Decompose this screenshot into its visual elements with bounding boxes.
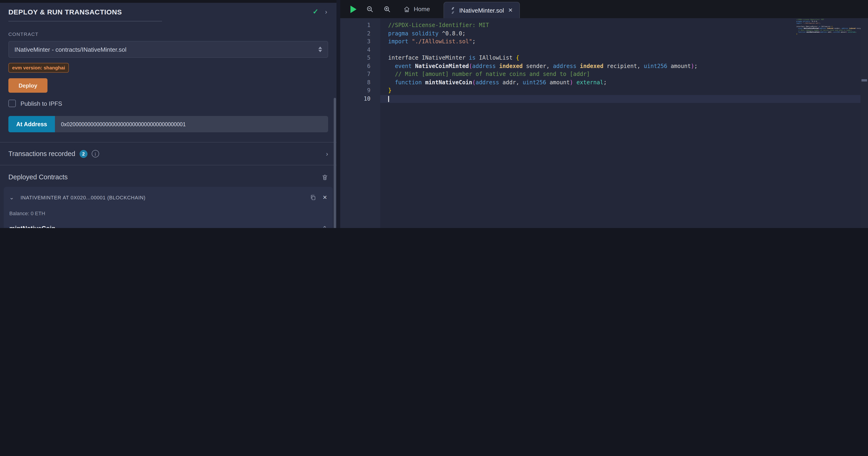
deploy-run-panel: DEPLOY & RUN TRANSACTIONS ✓ › CONTRACT I… — [0, 0, 337, 228]
function-collapse-chevron-icon[interactable]: ⌃ — [322, 225, 327, 228]
line-number: 1 — [340, 22, 380, 30]
evm-version-badge: evm version: shanghai — [8, 63, 69, 73]
line-number: 10 — [340, 95, 380, 103]
line-number: 3 — [340, 38, 380, 46]
remix-ide: DEPLOY & RUN TRANSACTIONS ✓ › CONTRACT I… — [0, 0, 868, 228]
at-address-input[interactable] — [55, 116, 328, 132]
editor-scrollbar[interactable] — [861, 18, 868, 228]
editor-tabbar: Home INativeMinter.sol ✕ — [340, 0, 868, 18]
instance-title: INATIVEMINTER AT 0X020...00001 (BLOCKCHA… — [21, 195, 304, 200]
top-strip — [0, 0, 337, 3]
at-address-button[interactable]: At Address — [8, 116, 55, 132]
select-spinner-icon[interactable] — [318, 47, 322, 52]
text-cursor — [388, 96, 389, 102]
close-tab-icon[interactable]: ✕ — [508, 7, 513, 13]
panel-scrollbar[interactable] — [334, 98, 336, 228]
transactions-info-icon[interactable]: i — [91, 150, 99, 158]
title-underline — [8, 21, 162, 22]
contract-select[interactable]: INativeMinter - contracts/INativeMinter.… — [8, 41, 328, 58]
deployed-contracts-title: Deployed Contracts — [8, 173, 68, 181]
home-icon — [404, 6, 410, 12]
line-number: 7 — [340, 70, 380, 79]
line-number: 5 — [340, 54, 380, 62]
minimap[interactable]: //SPDX-License-Identifier: MITpragma sol… — [796, 19, 851, 37]
remove-instance-icon[interactable]: ✕ — [322, 194, 327, 201]
instance-balance: Balance: 0 ETH — [9, 210, 327, 216]
transactions-count-badge: 2 — [80, 150, 87, 158]
panel-editor-divider[interactable] — [337, 0, 340, 228]
line-number: 6 — [340, 62, 380, 70]
editor-scrollbar-thumb[interactable] — [862, 79, 867, 82]
tab-home[interactable]: Home — [404, 6, 430, 12]
deployed-instance-card: ⌄ INATIVEMINTER AT 0X020...00001 (BLOCKC… — [4, 187, 333, 228]
publish-ipfs-label: Publish to IPFS — [21, 100, 62, 107]
zoom-in-icon[interactable] — [383, 5, 391, 13]
panel-expand-chevron-icon[interactable]: › — [325, 8, 327, 16]
gutter: 12345678910 — [340, 18, 380, 228]
transactions-recorded-section[interactable]: Transactions recorded 2 i › — [0, 142, 337, 165]
run-script-play-icon[interactable] — [350, 5, 356, 13]
compile-success-check-icon: ✓ — [313, 7, 318, 16]
line-number: 9 — [340, 87, 380, 95]
publish-ipfs-checkbox[interactable] — [8, 100, 16, 107]
clear-instances-trash-icon[interactable] — [321, 173, 328, 180]
zoom-out-icon[interactable] — [366, 5, 374, 13]
contract-label: CONTRACT — [8, 31, 328, 37]
line-number: 2 — [340, 30, 380, 38]
code-area: 12345678910 //SPDX-License-Identifier: M… — [340, 18, 861, 228]
line-number: 8 — [340, 79, 380, 87]
instance-collapse-chevron-icon[interactable]: ⌄ — [9, 194, 14, 201]
deploy-button[interactable]: Deploy — [8, 78, 48, 93]
editor: Home INativeMinter.sol ✕ 12345678910 //S… — [340, 0, 868, 228]
solidity-icon — [450, 7, 455, 14]
panel-title: DEPLOY & RUN TRANSACTIONS — [8, 8, 122, 16]
copy-address-icon[interactable] — [310, 194, 316, 201]
transactions-expand-chevron-icon[interactable]: › — [326, 150, 328, 158]
code-lines[interactable]: //SPDX-License-Identifier: MITpragma sol… — [380, 18, 861, 228]
contract-select-value: INativeMinter - contracts/INativeMinter.… — [14, 46, 126, 53]
transactions-recorded-label: Transactions recorded — [8, 150, 75, 158]
tab-inativeminter-sol[interactable]: INativeMinter.sol ✕ — [443, 2, 520, 18]
line-number: 4 — [340, 46, 380, 54]
open-function-name: mintNativeCoin — [9, 225, 55, 228]
